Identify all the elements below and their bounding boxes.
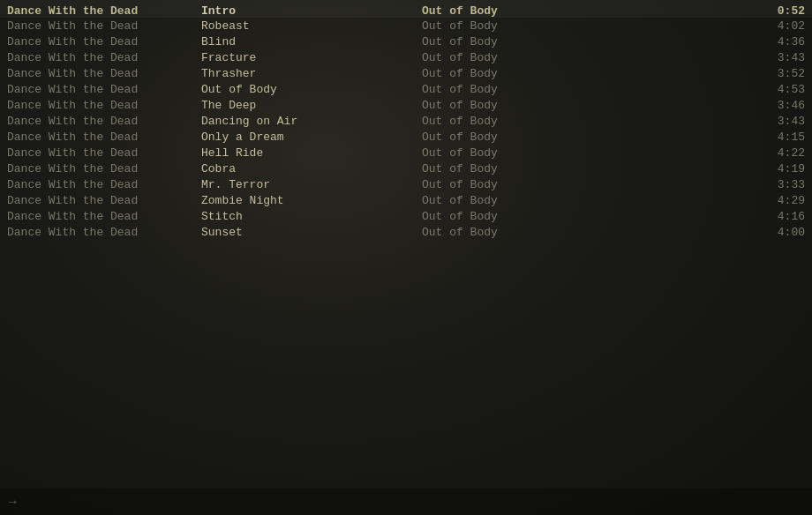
track-row[interactable]: Dance With the DeadDancing on AirOut of … xyxy=(0,113,812,129)
track-title: Mr. Terror xyxy=(201,178,422,191)
track-duration: 3:43 xyxy=(752,115,805,128)
track-row[interactable]: Dance With the DeadZombie NightOut of Bo… xyxy=(0,192,812,208)
track-title: Thrasher xyxy=(201,67,422,80)
track-row[interactable]: Dance With the DeadThe DeepOut of Body3:… xyxy=(0,97,812,113)
track-artist: Dance With the Dead xyxy=(7,194,201,207)
track-duration: 4:00 xyxy=(752,226,805,239)
track-album: Out of Body xyxy=(422,115,752,128)
track-duration: 4:29 xyxy=(752,194,805,207)
track-duration: 4:16 xyxy=(752,210,805,223)
track-title: Fracture xyxy=(201,51,422,64)
track-artist: Dance With the Dead xyxy=(7,35,201,49)
track-list: Dance With the Dead Intro Out of Body 0:… xyxy=(0,0,812,240)
header-duration: 0:52 xyxy=(752,4,805,18)
header-album: Out of Body xyxy=(422,4,752,18)
track-title: Cobra xyxy=(201,162,422,175)
track-row[interactable]: Dance With the DeadThrasherOut of Body3:… xyxy=(0,65,812,81)
track-title: Out of Body xyxy=(201,83,422,96)
track-album: Out of Body xyxy=(422,99,752,112)
track-title: Only a Dream xyxy=(201,131,422,144)
track-duration: 3:33 xyxy=(752,178,805,191)
track-title: Stitch xyxy=(201,210,422,223)
header-title: Intro xyxy=(201,4,422,18)
track-duration: 4:15 xyxy=(752,131,805,144)
track-title: Hell Ride xyxy=(201,146,422,160)
track-title: Dancing on Air xyxy=(201,115,422,128)
track-album: Out of Body xyxy=(422,194,752,207)
track-album: Out of Body xyxy=(422,146,752,160)
track-title: Robeast xyxy=(201,19,422,33)
track-row[interactable]: Dance With the DeadSunsetOut of Body4:00 xyxy=(0,224,812,240)
track-artist: Dance With the Dead xyxy=(7,146,201,160)
track-album: Out of Body xyxy=(422,51,752,64)
track-album: Out of Body xyxy=(422,226,752,239)
track-duration: 3:52 xyxy=(752,67,805,80)
track-duration: 4:22 xyxy=(752,146,805,160)
track-artist: Dance With the Dead xyxy=(7,19,201,33)
track-duration: 3:46 xyxy=(752,99,805,112)
track-row[interactable]: Dance With the DeadRobeastOut of Body4:0… xyxy=(0,18,812,34)
track-row[interactable]: Dance With the DeadOut of BodyOut of Bod… xyxy=(0,81,812,97)
track-row[interactable]: Dance With the DeadBlindOut of Body4:36 xyxy=(0,34,812,49)
track-row[interactable]: Dance With the DeadCobraOut of Body4:19 xyxy=(0,160,812,176)
track-artist: Dance With the Dead xyxy=(7,67,201,80)
track-title: The Deep xyxy=(201,99,422,112)
bottom-bar: → xyxy=(0,489,812,515)
track-list-header: Dance With the Dead Intro Out of Body 0:… xyxy=(0,0,812,18)
track-artist: Dance With the Dead xyxy=(7,99,201,112)
track-artist: Dance With the Dead xyxy=(7,210,201,223)
track-album: Out of Body xyxy=(422,178,752,191)
track-row[interactable]: Dance With the DeadStitchOut of Body4:16 xyxy=(0,208,812,224)
track-artist: Dance With the Dead xyxy=(7,131,201,144)
track-album: Out of Body xyxy=(422,162,752,175)
track-artist: Dance With the Dead xyxy=(7,178,201,191)
track-duration: 4:02 xyxy=(752,19,805,33)
track-artist: Dance With the Dead xyxy=(7,83,201,96)
track-title: Blind xyxy=(201,35,422,49)
track-row[interactable]: Dance With the DeadOnly a DreamOut of Bo… xyxy=(0,129,812,145)
track-row[interactable]: Dance With the DeadMr. TerrorOut of Body… xyxy=(0,176,812,192)
header-artist: Dance With the Dead xyxy=(7,4,201,18)
track-title: Zombie Night xyxy=(201,194,422,207)
track-duration: 4:19 xyxy=(752,162,805,175)
navigation-arrow-icon: → xyxy=(9,495,16,509)
track-album: Out of Body xyxy=(422,35,752,49)
track-artist: Dance With the Dead xyxy=(7,115,201,128)
track-artist: Dance With the Dead xyxy=(7,51,201,64)
track-artist: Dance With the Dead xyxy=(7,162,201,175)
track-row[interactable]: Dance With the DeadFractureOut of Body3:… xyxy=(0,49,812,65)
track-album: Out of Body xyxy=(422,131,752,144)
track-duration: 4:53 xyxy=(752,83,805,96)
track-album: Out of Body xyxy=(422,67,752,80)
track-duration: 4:36 xyxy=(752,35,805,49)
track-album: Out of Body xyxy=(422,83,752,96)
track-duration: 3:43 xyxy=(752,51,805,64)
track-title: Sunset xyxy=(201,226,422,239)
track-row[interactable]: Dance With the DeadHell RideOut of Body4… xyxy=(0,145,812,160)
track-artist: Dance With the Dead xyxy=(7,226,201,239)
track-album: Out of Body xyxy=(422,19,752,33)
track-album: Out of Body xyxy=(422,210,752,223)
